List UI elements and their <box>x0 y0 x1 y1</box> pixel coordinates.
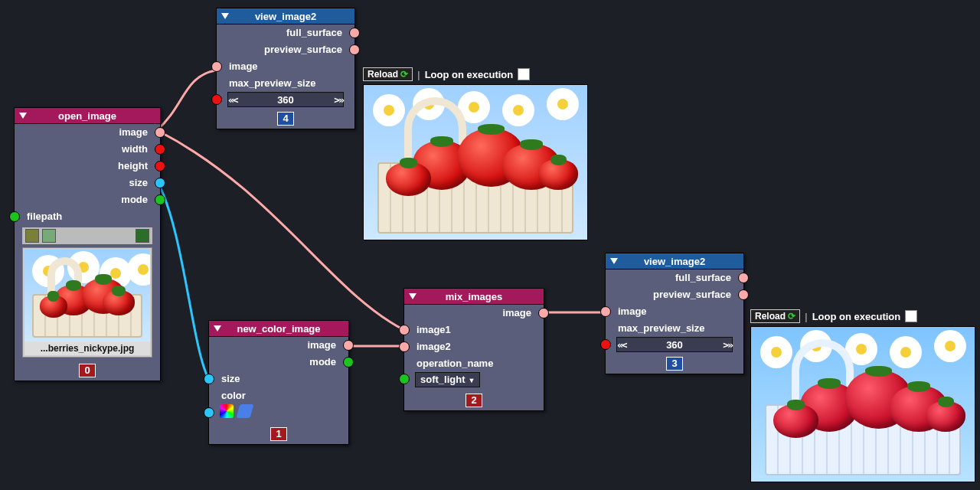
node-title[interactable]: mix_images <box>404 289 544 305</box>
node-view-image-top[interactable]: view_image2 full_surface preview_surface… <box>216 8 355 129</box>
title-text: new_color_image <box>237 323 320 335</box>
port-out-image[interactable] <box>538 308 549 318</box>
collapse-icon[interactable] <box>214 325 221 332</box>
port-full-surface: full_surface <box>606 270 743 286</box>
port-width: width <box>15 141 160 158</box>
chevron-left-icon[interactable]: «< <box>228 94 237 106</box>
node-order-badge: 0 <box>79 364 95 377</box>
port-out-size[interactable] <box>155 178 165 188</box>
folder-icon[interactable] <box>25 229 39 243</box>
node-order-badge: 4 <box>277 112 293 126</box>
collapse-icon[interactable] <box>409 293 416 299</box>
node-view-image-right[interactable]: view_image2 full_surface preview_surface… <box>605 253 744 374</box>
spinner-value: 360 <box>237 94 335 106</box>
title-text: view_image2 <box>255 11 316 22</box>
collapse-icon[interactable] <box>221 13 229 19</box>
preview-toolbar-right: Reload⟳ | Loop on execution <box>750 309 917 323</box>
loop-label: Loop on execution <box>812 311 901 322</box>
port-out-image[interactable] <box>155 127 165 138</box>
reload-button[interactable]: Reload⟳ <box>750 309 800 323</box>
max-preview-spinner[interactable]: «<360>» <box>227 92 344 107</box>
file-toolbar <box>22 227 152 244</box>
chevron-right-icon[interactable]: >» <box>334 94 343 106</box>
reload-icon[interactable] <box>136 229 149 243</box>
node-title[interactable]: open_image <box>15 108 160 124</box>
port-in-filepath[interactable] <box>9 211 20 222</box>
chevron-right-icon[interactable]: >» <box>723 339 732 351</box>
port-preview-surface: preview_surface <box>217 41 354 58</box>
color-wheel-icon[interactable] <box>220 404 234 418</box>
port-in-image1[interactable] <box>399 325 410 335</box>
separator: | <box>417 69 420 80</box>
node-order-badge: 2 <box>466 394 482 407</box>
port-out-mode[interactable] <box>343 357 354 368</box>
preview-toolbar-top: Reload⟳ | Loop on execution <box>363 67 530 81</box>
port-full-surface: full_surface <box>217 24 354 41</box>
node-order-badge: 3 <box>666 357 682 371</box>
filename-label: ...berries_nickype.jpg <box>24 341 150 355</box>
port-in-op[interactable] <box>399 374 410 384</box>
port-out[interactable] <box>349 44 360 55</box>
max-preview-size-label: max_preview_size <box>606 320 743 337</box>
port-size: size <box>15 175 160 191</box>
port-out[interactable] <box>349 28 360 38</box>
port-image: image <box>217 58 354 75</box>
port-preview-surface: preview_surface <box>606 286 743 303</box>
color-swatches <box>209 404 348 423</box>
port-out-width[interactable] <box>155 144 165 155</box>
loop-label: Loop on execution <box>425 69 514 80</box>
port-image: image <box>15 124 160 141</box>
node-order-badge: 1 <box>270 427 286 441</box>
node-graph-canvas[interactable]: open_image image width height size mode … <box>0 0 980 490</box>
thumbnail: ...berries_nickype.jpg <box>22 247 152 358</box>
loop-checkbox[interactable] <box>518 68 530 80</box>
title-text: open_image <box>58 110 116 122</box>
chevron-down-icon: ▼ <box>469 377 475 384</box>
operation-dropdown[interactable]: soft_light▼ <box>415 372 480 387</box>
node-title[interactable]: view_image2 <box>217 8 354 24</box>
node-open-image[interactable]: open_image image width height size mode … <box>14 107 161 381</box>
port-image2: image2 <box>404 338 544 355</box>
port-out[interactable] <box>738 273 749 283</box>
port-out-image[interactable] <box>343 340 354 351</box>
port-out[interactable] <box>738 289 749 300</box>
port-height: height <box>15 158 160 175</box>
spinner-value: 360 <box>626 339 724 351</box>
port-in-image2[interactable] <box>399 341 410 352</box>
max-preview-spinner[interactable]: «<360>» <box>616 337 733 352</box>
port-image1: image1 <box>404 322 544 338</box>
port-in-image[interactable] <box>600 306 611 317</box>
title-text: view_image2 <box>644 256 705 267</box>
node-title[interactable]: view_image2 <box>606 253 743 270</box>
port-in-size[interactable] <box>204 374 214 384</box>
port-image: image <box>606 303 743 320</box>
loop-checkbox[interactable] <box>905 310 917 322</box>
operation-name-label: operation_name <box>404 355 544 372</box>
max-preview-size-label: max_preview_size <box>217 75 354 92</box>
node-mix-images[interactable]: mix_images image image1 image2 operation… <box>403 288 544 411</box>
port-image: image <box>209 337 348 354</box>
port-in-max-preview[interactable] <box>211 94 222 105</box>
port-color-label: color <box>209 387 348 404</box>
preview-image-right <box>750 326 975 482</box>
collapse-icon[interactable] <box>19 113 27 119</box>
preview-image-top <box>363 84 588 240</box>
port-out-mode[interactable] <box>155 194 165 205</box>
port-out-height[interactable] <box>155 161 165 172</box>
node-new-color-image[interactable]: new_color_image image mode size color 1 <box>208 320 349 445</box>
node-title[interactable]: new_color_image <box>209 321 348 337</box>
port-in-color[interactable] <box>204 407 214 418</box>
chevron-left-icon[interactable]: «< <box>617 339 626 351</box>
title-text: mix_images <box>446 291 502 302</box>
port-mode: mode <box>15 191 160 208</box>
port-image: image <box>404 305 544 322</box>
refresh-icon: ⟳ <box>788 311 795 322</box>
globe-icon[interactable] <box>42 229 56 243</box>
color-swatch[interactable] <box>237 404 254 418</box>
refresh-icon: ⟳ <box>400 69 408 80</box>
port-filepath: filepath <box>15 208 160 225</box>
port-in-image[interactable] <box>211 61 222 72</box>
port-in-max-preview[interactable] <box>600 339 611 350</box>
reload-button[interactable]: Reload⟳ <box>363 67 413 81</box>
collapse-icon[interactable] <box>610 258 618 264</box>
